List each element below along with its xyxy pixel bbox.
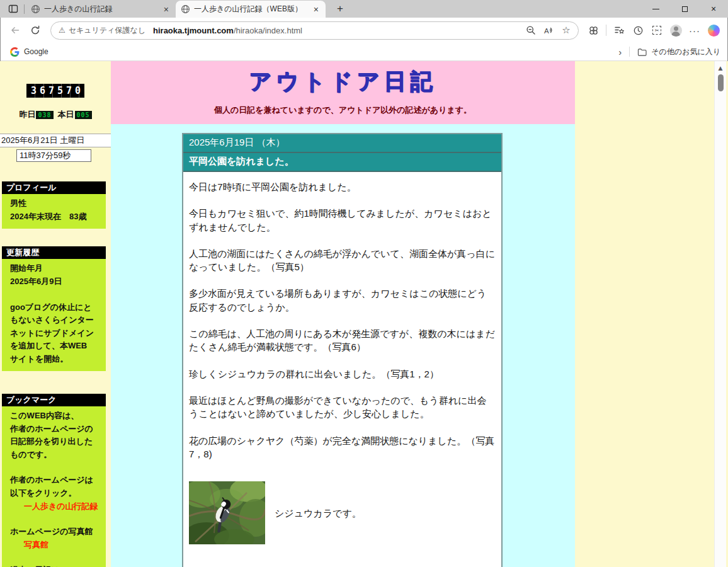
current-time-clock: 11時37分59秒 [16, 149, 91, 162]
other-favorites-label: その他のお気に入り [651, 47, 720, 57]
web-capture-button[interactable]: ✂ [649, 22, 665, 38]
sidebar: 367570 昨日038本日005 2025年6月21日 土曜日 11時37分5… [0, 61, 111, 567]
profile-button[interactable] [668, 22, 684, 38]
entry-date: 2025年6月19日 （木） [183, 134, 501, 153]
photo-block: シジュウカラです。 [189, 481, 496, 544]
web-capture-icon: ✂ [652, 26, 661, 35]
tab-webban-active[interactable]: 一人歩きの山行記録（WEB版） × [176, 1, 326, 18]
page-viewport: 367570 昨日038本日005 2025年6月21日 土曜日 11時37分5… [0, 61, 728, 567]
back-button[interactable] [6, 21, 24, 39]
titlebar-divider [24, 4, 25, 14]
copilot-button[interactable] [705, 22, 722, 38]
favorite-google[interactable]: Google [8, 46, 51, 58]
read-aloud-icon: A [543, 25, 554, 35]
maximize-button[interactable] [670, 0, 699, 18]
settings-more-button[interactable]: ··· [686, 22, 703, 38]
profile-section-header: プロフィール [2, 181, 106, 194]
diary-paragraph: 今日は7時頃に平岡公園を訪れました。 [189, 180, 496, 193]
site-title: アウトドア日記 [249, 67, 436, 96]
scrollbar-up-arrow[interactable]: ▲ [715, 61, 726, 71]
copilot-icon [708, 25, 720, 37]
diary-paragraph: 花の広場のシャクヤク（芍薬）が完全な満開状態になりました。（写真7，8) [189, 434, 496, 461]
favorites-bar: Google › その他のお気に入り [0, 43, 728, 61]
yesterday-counter: 038 [36, 111, 53, 119]
zoom-out-icon [526, 25, 536, 35]
diary-paragraph: 人工池の湖面にはたくさんの綿毛が浮かんでいて、湖面全体が真っ白になっていました。… [189, 247, 496, 274]
favorites-overflow-button[interactable]: › [618, 47, 622, 57]
browser-toolbar: ⚠ セキュリティ保護なし hiraoka.tjmount.com/hiraoka… [0, 18, 728, 43]
entry-title: 平岡公園を訪れました。 [183, 153, 501, 172]
svg-text:A: A [544, 27, 549, 35]
update-history-body: 開始年月 2025年6月9日 gooブログの休止にと もないさくらインター ネッ… [2, 259, 106, 371]
url-path: /hiraoka/index.html [234, 26, 302, 35]
profile-avatar-icon [670, 25, 682, 37]
profile-section: プロフィール 男性 2024年末現在 83歳 [2, 181, 106, 229]
other-favorites-button[interactable]: その他のお気に入り [637, 47, 720, 57]
minimize-button[interactable] [641, 0, 670, 18]
tab-actions-icon [8, 4, 18, 14]
url-domain: hiraoka.tjmount.com [153, 26, 234, 35]
daily-visitors: 昨日038本日005 [0, 109, 111, 120]
folder-icon [637, 48, 647, 56]
profile-section-body: 男性 2024年末現在 83歳 [2, 194, 106, 229]
history-button[interactable] [630, 22, 646, 38]
entry-body: 今日は7時頃に平岡公園を訪れました。 今日もカワセミ狙いで、約1時間待機してみま… [183, 172, 501, 567]
diary-paragraph: 多少水面が見えている場所もありますが、カワセミはこの状態にどう反応するのでしょう… [189, 287, 496, 314]
photo-caption: シジュウカラです。 [275, 507, 361, 520]
vertical-scrollbar[interactable]: ▲ [714, 61, 726, 567]
globe-favicon-icon [31, 4, 40, 14]
diary-entry-table: 2025年6月19日 （木） 平岡公園を訪れました。 今日は7時頃に平岡公園を訪… [182, 133, 503, 567]
toolbar-divider [606, 25, 606, 36]
diary-paragraph: 珍しくシジュウカラの群れに出会いました。（写真1，2） [189, 367, 496, 381]
site-header: アウトドア日記 個人の日記を兼ねていますので、アウトドア以外の記述があります。 [111, 61, 575, 124]
minimize-icon [652, 9, 659, 9]
today-label: 本日 [58, 109, 74, 120]
favorites-divider [629, 47, 630, 57]
address-bar[interactable]: ⚠ セキュリティ保護なし hiraoka.tjmount.com/hiraoka… [50, 21, 579, 40]
extensions-button[interactable] [585, 22, 601, 38]
tab-close-button[interactable]: × [162, 5, 171, 14]
tab-close-button[interactable]: × [312, 5, 321, 14]
globe-favicon-icon [181, 4, 190, 14]
close-button[interactable]: × [699, 0, 728, 18]
star-icon: ☆ [562, 25, 570, 36]
back-icon [10, 25, 20, 35]
browser-titlebar: 一人歩きの山行記録 × 一人歩きの山行記録（WEB版） × + × [0, 0, 728, 18]
new-tab-button[interactable]: + [333, 3, 347, 15]
link-sanko-kiroku[interactable]: 一人歩きの山行記録 [24, 500, 103, 513]
tab-actions-button[interactable] [5, 1, 21, 16]
bookmark-text-2: 作者のホームページは 以下をクリック。 [10, 474, 103, 500]
tab-yamako[interactable]: 一人歩きの山行記録 × [26, 1, 176, 18]
window-controls: × [641, 0, 728, 18]
today-counter: 005 [75, 111, 92, 119]
update-history-section: 更新履歴 開始年月 2025年6月9日 gooブログの休止にと もないさくらイン… [2, 246, 106, 371]
collections-button[interactable] [611, 22, 627, 38]
browser-window: 一人歩きの山行記録 × 一人歩きの山行記録（WEB版） × + × ⚠ [0, 0, 728, 567]
bookmark-section: ブックマーク このWEB内容は、 作者のホームページの 日記部分を切り出した も… [2, 394, 106, 567]
visitor-counter: 367570 [26, 84, 84, 98]
scrollbar-thumb[interactable] [718, 74, 724, 91]
bookmark-section-header: ブックマーク [2, 394, 106, 406]
zoom-out-button[interactable] [523, 22, 539, 38]
yesterday-label: 昨日 [19, 109, 35, 120]
warning-icon: ⚠ [59, 26, 65, 35]
main-content: アウトドア日記 個人の日記を兼ねていますので、アウトドア以外の記述があります。 … [111, 61, 575, 567]
bird-photo[interactable] [189, 481, 265, 544]
extensions-icon [588, 25, 599, 36]
diary-paragraph: 今日もカワセミ狙いで、約1時間待機してみましたが、カワセミはおとずれませんでした… [189, 207, 496, 234]
update-history-header: 更新履歴 [2, 246, 106, 259]
collections-icon [614, 25, 625, 35]
favorite-label: Google [24, 47, 48, 56]
refresh-button[interactable] [26, 21, 44, 39]
site-security-chip[interactable]: ⚠ セキュリティ保護なし [59, 25, 145, 36]
site-subtitle: 個人の日記を兼ねていますので、アウトドア以外の記述があります。 [111, 105, 575, 116]
more-icon: ··· [689, 25, 700, 36]
maximize-icon [682, 6, 688, 12]
read-aloud-button[interactable]: A [540, 22, 557, 38]
bookmark-text-4: 過去の日記は、 作者のホームページの アウトドア日記の最後 に月単位で表示。 [10, 564, 103, 567]
url-text[interactable]: hiraoka.tjmount.com/hiraoka/index.html [153, 26, 302, 35]
history-icon [633, 25, 644, 36]
link-shashinkan[interactable]: 写真館 [24, 539, 103, 552]
diary-paragraph: 最近はほとんど野鳥の撮影ができていなかったので、もう群れに出会うことはないと諦め… [189, 394, 496, 421]
favorite-star-button[interactable]: ☆ [558, 22, 574, 38]
